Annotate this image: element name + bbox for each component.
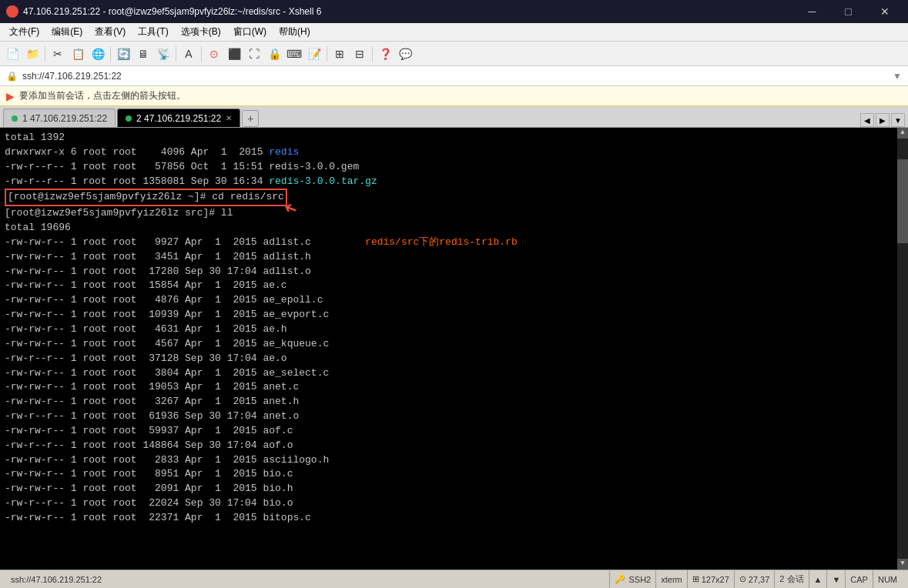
maximize-button[interactable]: □ xyxy=(831,4,866,19)
line-aeepollc: -rw-rw-r-- 1 root root 4876 Apr 1 2015 a… xyxy=(5,294,323,306)
status-size-text: 127x27 xyxy=(702,575,729,584)
status-sessions-text: 2 会话 xyxy=(779,573,803,585)
tab-nav-left[interactable]: ◀ xyxy=(860,113,874,127)
line-src-prompt: [root@izwz9ef5sjam9pvfyiz26lz src]# ll xyxy=(5,207,233,219)
tab-bar: 1 47.106.219.251:22 2 47.106.219.251:22 … xyxy=(0,106,908,128)
scroll-up-arrow[interactable]: ▲ xyxy=(897,128,908,139)
tab-session1[interactable]: 1 47.106.219.251:22 xyxy=(3,109,116,127)
status-pos-icon: ⊙ xyxy=(739,574,746,584)
line-bitopsc: -rw-rw-r-- 1 root root 22371 Apr 1 2015 … xyxy=(5,512,311,523)
tab-close-2[interactable]: ✕ xyxy=(226,114,232,122)
tb-browse[interactable]: 🌐 xyxy=(89,45,107,63)
line-aneto: -rw-r--r-- 1 root root 61936 Sep 30 17:0… xyxy=(5,410,299,422)
menu-tools[interactable]: 工具(T) xyxy=(132,24,174,40)
tb-split2[interactable]: ⊟ xyxy=(350,45,369,63)
tb-new[interactable]: 📄 xyxy=(3,45,22,63)
tb-cut[interactable]: ✂ xyxy=(49,45,67,63)
tb-refresh[interactable]: 🔄 xyxy=(114,45,132,63)
status-size: ⊞ 127x27 xyxy=(688,570,735,588)
menu-tabs[interactable]: 选项卡(B) xyxy=(175,24,227,40)
tab-nav-right[interactable]: ▶ xyxy=(876,113,890,127)
status-sessions: 2 会话 xyxy=(775,570,809,588)
tb-sep3 xyxy=(176,46,176,62)
tb-red[interactable]: ⊙ xyxy=(205,45,223,63)
minimize-button[interactable]: ─ xyxy=(795,4,829,19)
status-terminal-type: xterm xyxy=(656,570,688,588)
line-aofo: -rw-r--r-- 1 root root 148864 Sep 30 17:… xyxy=(5,439,293,451)
line-aofc: -rw-rw-r-- 1 root root 59937 Apr 1 2015 … xyxy=(5,425,293,436)
status-num-text: NUM xyxy=(878,575,897,584)
menu-help[interactable]: 帮助(H) xyxy=(273,24,317,40)
scroll-track[interactable] xyxy=(897,139,908,559)
info-text: 要添加当前会话，点击左侧的箭头按钮。 xyxy=(19,89,186,102)
line-total: total 1392 xyxy=(5,132,65,143)
tb-net1[interactable]: 🖥 xyxy=(134,45,152,63)
menu-file[interactable]: 文件(F) xyxy=(3,24,45,40)
scroll-down-arrow[interactable]: ▼ xyxy=(897,559,908,570)
status-cap: CAP xyxy=(846,570,873,588)
terminal-output: total 1392 drwxrwxr-x 6 root root 4096 A… xyxy=(5,131,903,526)
tb-lock[interactable]: 🔒 xyxy=(265,45,283,63)
menu-bar: 文件(F) 编辑(E) 查看(V) 工具(T) 选项卡(B) 窗口(W) 帮助(… xyxy=(0,23,908,42)
line-cd-cmd: [root@izwz9ef5sjam9pvfyiz26lz ~]# cd red… xyxy=(5,189,287,206)
tab-session2[interactable]: 2 47.106.219.251:22 ✕ xyxy=(117,109,240,127)
status-position: ⊙ 27,37 xyxy=(735,570,776,588)
tb-help[interactable]: ❓ xyxy=(376,45,394,63)
tb-net2[interactable]: 📡 xyxy=(154,45,173,63)
tb-split[interactable]: ⊞ xyxy=(330,45,349,63)
line-total2: total 19696 xyxy=(5,222,71,233)
status-protocol: 🔑 SSH2 xyxy=(610,570,656,588)
tb-stop[interactable]: ⬛ xyxy=(225,45,243,63)
nav-down-icon[interactable]: ▼ xyxy=(832,575,840,584)
menu-view[interactable]: 查看(V) xyxy=(89,24,132,40)
app-icon xyxy=(6,5,18,18)
tb-sep4 xyxy=(201,46,202,62)
tb-chat[interactable]: 💬 xyxy=(396,45,414,63)
title-bar: 47.106.219.251:22 - root@izwz9ef5sjam9pv… xyxy=(0,0,908,23)
scroll-thumb[interactable] xyxy=(897,159,908,243)
status-nav-up[interactable]: ▲ xyxy=(809,570,828,588)
line-aeh: -rw-rw-r-- 1 root root 4631 Apr 1 2015 a… xyxy=(5,323,287,335)
line-gem: -rw-r--r-- 1 root root 57856 Oct 1 15:51… xyxy=(5,161,359,172)
address-text[interactable]: ssh://47.106.219.251:22 xyxy=(22,71,888,82)
tb-copy[interactable]: 📋 xyxy=(69,45,87,63)
menu-window[interactable]: 窗口(W) xyxy=(227,24,273,40)
status-protocol-text: SSH2 xyxy=(628,575,651,584)
terminal[interactable]: total 1392 drwxrwxr-x 6 root root 4096 A… xyxy=(0,128,908,570)
menu-edit[interactable]: 编辑(E) xyxy=(45,24,89,40)
close-button[interactable]: ✕ xyxy=(867,4,902,19)
tb-font[interactable]: A xyxy=(179,45,198,63)
tab-nav-dropdown[interactable]: ▼ xyxy=(891,113,905,127)
status-pos-text: 27,37 xyxy=(749,575,770,584)
tb-script[interactable]: 📝 xyxy=(305,45,323,63)
tb-fullscreen[interactable]: ⛶ xyxy=(245,45,263,63)
tb-sep2 xyxy=(110,46,111,62)
address-bar: 🔒 ssh://47.106.219.251:22 ▼ xyxy=(0,66,908,86)
status-ssh-text: ssh://47.106.219.251:22 xyxy=(11,575,102,584)
tab-nav: ◀ ▶ ▼ xyxy=(860,113,905,127)
tab-add-button[interactable]: + xyxy=(242,110,259,127)
line-bioh: -rw-rw-r-- 1 root root 2091 Apr 1 2015 b… xyxy=(5,483,293,494)
line-adlisth: -rw-rw-r-- 1 root root 3451 Apr 1 2015 a… xyxy=(5,251,311,262)
status-key-icon: 🔑 xyxy=(615,574,625,584)
terminal-scrollbar[interactable]: ▲ ▼ xyxy=(897,128,908,570)
address-dropdown-icon[interactable]: ▼ xyxy=(893,71,902,82)
line-aec: -rw-rw-r-- 1 root root 15854 Apr 1 2015 … xyxy=(5,279,287,291)
lock-icon: 🔒 xyxy=(6,71,18,82)
tb-sep5 xyxy=(327,46,327,62)
toolbar: 📄 📁 ✂ 📋 🌐 🔄 🖥 📡 A ⊙ ⬛ ⛶ 🔒 ⌨ 📝 ⊞ ⊟ ❓ 💬 xyxy=(0,42,908,66)
line-targz: -rw-r--r-- 1 root root 1358081 Sep 30 16… xyxy=(5,175,377,187)
line-aeselect: -rw-rw-r-- 1 root root 3804 Apr 1 2015 a… xyxy=(5,367,329,379)
tb-open[interactable]: 📁 xyxy=(23,45,42,63)
tb-sep1 xyxy=(45,46,45,62)
nav-up-icon[interactable]: ▲ xyxy=(814,575,823,584)
tab-label-2: 2 47.106.219.251:22 xyxy=(136,113,221,124)
tab-dot-1 xyxy=(12,115,18,122)
tb-keyboard[interactable]: ⌨ xyxy=(285,45,303,63)
info-arrow-icon: ▶ xyxy=(6,90,15,102)
window-title: 47.106.219.251:22 - root@izwz9ef5sjam9pv… xyxy=(23,6,321,17)
line-anetc: -rw-rw-r-- 1 root root 19053 Apr 1 2015 … xyxy=(5,381,299,393)
status-nav-down[interactable]: ▼ xyxy=(827,570,846,588)
status-terminal-text: xterm xyxy=(661,575,682,584)
line-redis-dir: drwxrwxr-x 6 root root 4096 Apr 1 2015 r… xyxy=(5,146,299,158)
